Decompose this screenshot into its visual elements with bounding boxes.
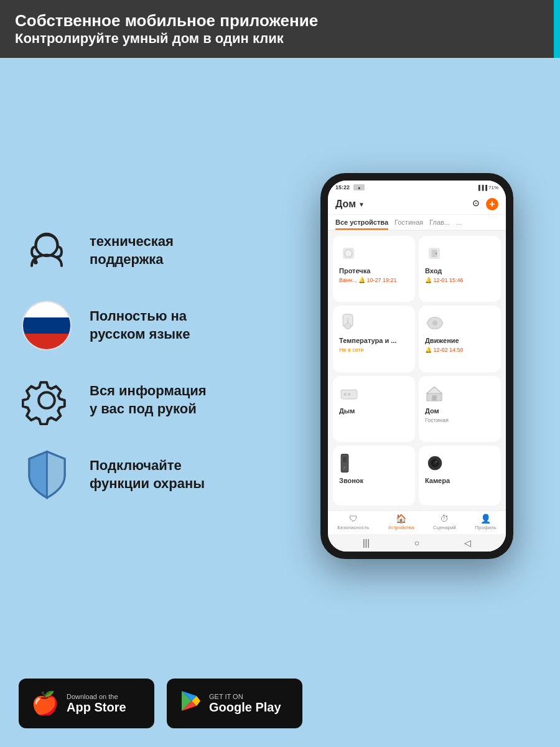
flag-blue-stripe [23,317,70,333]
header-title-line1: Собственное мобильное приложение [15,11,318,31]
device-name-doorbell: Звонок [339,477,409,484]
recent-nav-icon: ◁ [464,538,471,548]
device-name-entrance: Вход [425,267,495,275]
device-name-smoke: Дым [339,407,409,415]
header-icons: ⊙ + [472,198,498,210]
phone-container: 15:22 ● ▐▐▐ 71% Дом ▼ ⊙ + [274,70,560,655]
device-icon-leak [339,242,409,265]
device-icon-smoke [339,382,409,405]
flag-white-stripe [23,302,70,317]
device-name-home: Дом [425,407,495,415]
apple-store-line1: Download on the [67,693,126,700]
qr-icon: ⊙ [472,198,480,210]
device-card-camera[interactable]: Камера [419,446,501,505]
nav-scenarios[interactable]: ⏱ Сценарий [433,514,456,530]
nav-scenarios-icon: ⏱ [440,514,449,524]
device-status-home: Гостиная [425,417,495,423]
add-icon: + [486,198,498,210]
device-name-leak: Протечка [339,267,409,275]
google-store-line1: GET IT ON [209,693,281,700]
svg-point-3 [39,392,55,408]
device-status-motion: 🔔 12-02 14:50 [425,347,495,353]
nav-profile-label: Профиль [475,525,497,530]
feature-info: Вся информацияу вас под рукой [19,372,261,428]
feature-info-text: Вся информацияу вас под рукой [90,382,207,418]
signal-icon: ▐▐▐ [477,185,487,190]
headset-icon [22,226,72,276]
google-store-text: GET IT ON Google Play [209,693,281,714]
feature-language-text: Полностью нарусском языке [90,308,190,343]
device-card-temp[interactable]: Температура и ... Не в сети [333,306,415,372]
device-card-home[interactable]: Дом Гостиная [419,376,501,442]
device-name-temp: Температура и ... [339,337,409,344]
device-grid: Протечка Ванн... 🔔 10-27 19:21 Вхо [328,231,506,510]
tab-all-devices[interactable]: Все устройства [335,218,388,230]
phone-mockup: 15:22 ● ▐▐▐ 71% Дом ▼ ⊙ + [320,173,513,559]
features-list: техническаяподдержка Полностью нарусском… [0,70,274,655]
tab-main[interactable]: Глав... [429,218,450,230]
battery-level: 71% [488,185,498,190]
svg-rect-18 [343,457,347,463]
svg-rect-17 [341,454,348,472]
device-card-smoke[interactable]: Дым [333,376,415,442]
apple-store-line2: App Store [67,700,126,714]
nav-security-label: Безопасность [337,525,369,530]
device-icon-motion [425,312,495,334]
feature-security-text: Подключайтефункции охраны [90,457,205,492]
home-title-text: Дом [335,199,356,210]
svg-point-12 [432,321,437,326]
nav-devices-label: Устройства [388,525,414,530]
device-icon-doorbell [339,452,409,474]
app-tabs: Все устройства Гостиная Глав... ... [328,215,506,231]
phone-screen: 15:22 ● ▐▐▐ 71% Дом ▼ ⊙ + [328,181,506,552]
nav-devices-icon: 🏠 [396,514,406,524]
google-store-line2: Google Play [209,700,281,714]
nav-security-icon: 🛡 [349,514,358,524]
feature-security: Подключайтефункции охраны [19,447,261,503]
device-status-entrance: 🔔 12-01 15:46 [425,277,495,283]
svg-point-2 [34,260,37,264]
device-name-camera: Камера [425,477,495,484]
gear-icon-container [19,372,75,428]
header-title-line2: Контролируйте умный дом в один клик [15,31,318,47]
device-icon-temp [339,312,409,334]
svg-point-8 [436,253,437,255]
nav-profile[interactable]: 👤 Профиль [475,514,497,530]
apple-store-button[interactable]: 🍎 Download on the App Store [19,679,154,728]
device-card-motion[interactable]: Движение 🔔 12-02 14:50 [419,306,501,372]
tab-more[interactable]: ... [456,218,462,230]
flag-icon-container [19,298,75,354]
svg-point-5 [345,250,352,257]
feature-language: Полностью нарусском языке [19,298,261,354]
device-name-motion: Движение [425,337,495,344]
device-status-leak: Ванн... 🔔 10-27 19:21 [339,277,409,283]
status-bar: 15:22 ● ▐▐▐ 71% [328,181,506,194]
android-nav: ||| ○ ◁ [328,534,506,552]
device-card-doorbell[interactable]: Звонок [333,446,415,505]
nav-profile-icon: 👤 [480,514,491,524]
dropdown-icon: ▼ [358,201,365,208]
apple-store-text: Download on the App Store [67,693,126,714]
device-icon-camera [425,452,495,474]
app-stores-section: 🍎 Download on the App Store GET IT ON Go… [0,660,348,747]
home-nav-icon: ○ [414,538,419,548]
bottom-nav: 🛡 Безопасность 🏠 Устройства ⏱ Сценарий 👤… [328,510,506,534]
feature-support: техническаяподдержка [19,223,261,279]
nav-devices[interactable]: 🏠 Устройства [388,514,414,530]
device-card-leak[interactable]: Протечка Ванн... 🔔 10-27 19:21 [333,236,415,302]
google-play-button[interactable]: GET IT ON Google Play [167,679,302,728]
home-title: Дом ▼ [335,199,365,210]
svg-rect-16 [432,395,437,401]
nav-security[interactable]: 🛡 Безопасность [337,514,369,530]
flag-red-stripe [23,334,70,349]
headset-icon-container [19,223,75,279]
status-time: 15:22 [335,184,350,190]
device-status-temp: Не в сети [339,347,409,353]
device-card-entrance[interactable]: Вход 🔔 12-01 15:46 [419,236,501,302]
google-play-icon [179,690,202,718]
back-nav-icon: ||| [363,538,370,548]
nav-scenarios-label: Сценарий [433,525,456,530]
tab-living-room[interactable]: Гостиная [394,218,423,230]
russian-flag-icon [22,301,72,350]
gear-icon [22,375,72,425]
